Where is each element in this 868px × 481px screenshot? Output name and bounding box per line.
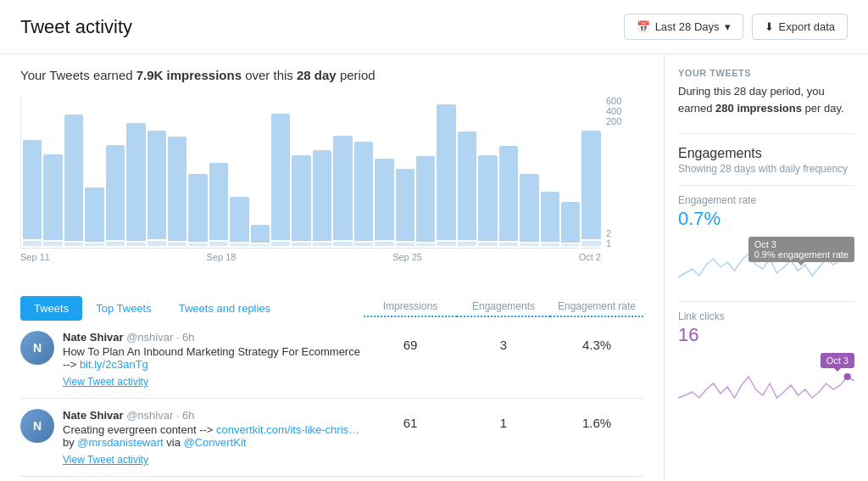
mention2[interactable]: @ConvertKit: [184, 436, 247, 449]
bar-upper: [23, 140, 42, 239]
link-clicks-label: Link clicks: [678, 310, 854, 322]
bar-lower: [313, 243, 331, 246]
bar-lower: [106, 242, 125, 246]
tweet-impressions: 61: [364, 409, 457, 430]
tab-top-tweets[interactable]: Top Tweets: [82, 296, 165, 321]
summary-text: Your Tweets earned 7.9K impressions over…: [20, 68, 643, 82]
header-actions: 📅 Last 28 Days ▾ ⬇ Export data: [624, 14, 848, 40]
svg-point-1: [844, 373, 851, 380]
bar-upper: [581, 131, 600, 239]
date-range-button[interactable]: 📅 Last 28 Days ▾: [624, 14, 743, 40]
bar-upper: [168, 137, 186, 241]
view-tweet-activity[interactable]: View Tweet activity: [63, 376, 148, 388]
bar-group: [458, 96, 476, 248]
bar-upper: [541, 192, 559, 242]
bar-upper: [478, 155, 497, 241]
bar-lower: [499, 243, 518, 246]
tweet-link[interactable]: convertkit.com/its-like-chris…: [216, 423, 359, 436]
bar-upper: [458, 131, 476, 240]
bar-lower: [126, 243, 145, 246]
bar-lower: [416, 243, 435, 246]
bar-lower: [85, 243, 103, 246]
bar-upper: [561, 202, 580, 243]
export-button[interactable]: ⬇ Export data: [752, 14, 849, 40]
mention1[interactable]: @mrsdanistewart: [77, 436, 163, 449]
tweet-stats: 61 1 1.6%: [364, 409, 643, 430]
download-icon: ⬇: [765, 20, 774, 33]
col-engagements: Engagements: [457, 300, 550, 317]
calendar-icon: 📅: [637, 20, 650, 33]
avatar: N: [20, 409, 54, 443]
bar-group: [541, 96, 559, 248]
bar-lower: [458, 242, 476, 246]
page-title: Tweet activity: [20, 16, 132, 38]
link-clicks-value: 16: [678, 324, 854, 346]
sidebar-divider: [678, 133, 854, 134]
metric-divider2: [678, 301, 854, 302]
bar-upper: [43, 154, 62, 240]
tab-tweets[interactable]: Tweets: [20, 296, 82, 321]
bar-upper: [271, 114, 290, 240]
tab-tweets-replies[interactable]: Tweets and replies: [165, 296, 284, 321]
link-clicks-sparkline: Oct 3: [678, 351, 854, 411]
tweet-body: Nate Shivar @nshivar · 6h How To Plan An…: [63, 331, 364, 388]
bar-upper: [251, 225, 270, 243]
bar-upper: [230, 197, 248, 242]
bar-group: [147, 96, 166, 248]
bar-upper: [416, 156, 435, 242]
bar-upper: [375, 159, 393, 240]
bar-lower: [271, 242, 290, 246]
page-header: Tweet activity 📅 Last 28 Days ▾ ⬇ Export…: [0, 0, 868, 54]
bar-lower: [292, 243, 310, 246]
bar-group: [313, 96, 331, 248]
bar-lower: [396, 243, 415, 246]
bar-group: [416, 96, 435, 248]
bar-lower: [375, 242, 393, 246]
chart-area: Sep 11 Sep 18 Sep 25 Oct 2 600 400 200 2…: [20, 96, 643, 282]
content-area: Your Tweets earned 7.9K impressions over…: [0, 54, 665, 481]
bar-chart: [20, 96, 601, 249]
bar-upper: [209, 163, 228, 240]
bar-lower: [333, 242, 352, 246]
metric-divider: [678, 185, 854, 186]
bar-upper: [85, 187, 103, 242]
bar-upper: [292, 155, 310, 241]
bar-group: [561, 96, 580, 248]
bar-group: [333, 96, 352, 248]
bar-group: [126, 96, 145, 248]
bar-group: [168, 96, 186, 248]
tweet-stats: 69 3 4.3%: [364, 331, 643, 352]
bar-upper: [354, 142, 373, 241]
bar-upper: [64, 115, 83, 241]
bar-group: [581, 96, 600, 248]
tweet-author-line: Nate Shivar @nshivar · 6h: [63, 409, 364, 422]
col-engagement-rate: Engagement rate: [550, 300, 643, 317]
bar-lower: [230, 243, 248, 246]
bar-group: [23, 96, 42, 248]
bar-group: [251, 96, 270, 248]
bar-upper: [147, 131, 166, 239]
bar-group: [396, 96, 415, 248]
view-tweet-activity[interactable]: View Tweet activity: [63, 454, 148, 466]
y-axis-labels: 600 400 200 2 1: [601, 96, 643, 249]
tweet-content: How To Plan An Inbound Marketing Strateg…: [63, 345, 364, 371]
tweet-content: Creating evergreen content --> convertki…: [63, 423, 364, 449]
bar-group: [106, 96, 125, 248]
tabs-row: Tweets Top Tweets Tweets and replies Imp…: [20, 296, 643, 321]
tweet-body: Nate Shivar @nshivar · 6h Creating everg…: [63, 409, 364, 466]
tweet-row: N Nate Shivar @nshivar · 6h How To Plan …: [20, 321, 643, 399]
bar-upper: [520, 174, 538, 242]
sidebar: YOUR TWEETS During this 28 day period, y…: [665, 54, 868, 481]
bar-lower: [64, 243, 83, 246]
bar-group: [375, 96, 393, 248]
tweet-link[interactable]: bit.ly/2c3anTg: [80, 358, 148, 371]
chart-main: Sep 11 Sep 18 Sep 25 Oct 2: [20, 96, 601, 282]
bar-group: [292, 96, 310, 248]
bar-group: [478, 96, 497, 248]
tweet-row: N Nate Shivar @nshivar · 6h Creating eve…: [20, 399, 643, 477]
engagement-sparkline: Oct 3 0.9% engagement rate: [678, 235, 854, 294]
bar-upper: [188, 174, 207, 242]
bar-group: [354, 96, 373, 248]
bar-upper: [437, 104, 455, 240]
sidebar-your-tweets: YOUR TWEETS During this 28 day period, y…: [678, 68, 854, 116]
